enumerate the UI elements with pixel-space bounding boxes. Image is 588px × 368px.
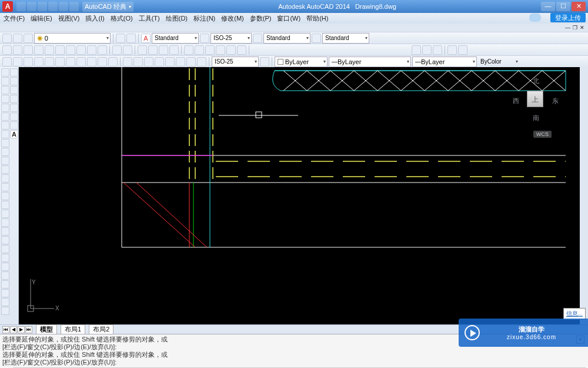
sheetset-icon[interactable] <box>216 45 225 55</box>
circle-icon[interactable] <box>1 174 9 183</box>
exchange-upload-button[interactable]: 登录上传 <box>550 13 586 22</box>
block-icon[interactable] <box>1 280 9 289</box>
revcloud-icon[interactable] <box>1 192 9 200</box>
qat-new-icon[interactable] <box>16 2 26 11</box>
tab-next-icon[interactable]: ▶ <box>18 326 25 333</box>
xref-icon[interactable] <box>447 45 457 55</box>
extend-icon[interactable] <box>1 254 9 262</box>
view-cube-top[interactable]: 上 <box>527 91 543 107</box>
tab-last-icon[interactable]: ⏭ <box>25 326 32 333</box>
qat-undo-icon[interactable] <box>48 2 58 11</box>
dim-continue-icon[interactable] <box>108 57 118 67</box>
copy-icon[interactable] <box>76 45 86 55</box>
dim-style-dd2[interactable]: ISO-25 <box>212 57 259 67</box>
layer-prev-icon[interactable] <box>126 34 136 43</box>
qat-save-icon[interactable] <box>38 2 47 11</box>
tablestyle-icon[interactable] <box>253 34 262 43</box>
move-icon[interactable] <box>1 165 9 174</box>
offset-icon[interactable] <box>1 130 9 138</box>
matchprop-icon[interactable] <box>98 45 107 55</box>
cut-icon[interactable] <box>66 45 75 55</box>
create-block-icon[interactable] <box>422 45 432 55</box>
array-icon[interactable] <box>1 148 9 156</box>
dim-aligned-icon[interactable] <box>13 57 22 67</box>
text-style-dropdown[interactable]: Standard <box>152 33 199 44</box>
maximize-button[interactable]: ☐ <box>556 2 570 11</box>
toolpalette-icon[interactable] <box>205 45 215 55</box>
close-button[interactable]: ✕ <box>572 2 586 11</box>
qat-open-icon[interactable] <box>27 2 36 11</box>
paste-icon[interactable] <box>87 45 96 55</box>
mirror-icon[interactable] <box>1 112 9 121</box>
layer-ico-1[interactable] <box>2 34 12 43</box>
dim-baseline-icon[interactable] <box>98 57 107 67</box>
image-icon[interactable] <box>458 45 467 55</box>
textstyle-icon[interactable]: A <box>141 34 151 43</box>
new-icon[interactable] <box>2 45 12 55</box>
qat-print-icon[interactable] <box>69 2 79 11</box>
hatch-icon[interactable] <box>10 68 18 77</box>
gradient-icon[interactable] <box>10 86 18 94</box>
properties-icon[interactable] <box>184 45 193 55</box>
menu-view[interactable]: 视图(V) <box>58 14 80 23</box>
break-icon[interactable] <box>1 271 9 280</box>
chamfer-icon[interactable] <box>1 307 9 315</box>
erase-icon[interactable] <box>1 77 9 85</box>
preview-icon[interactable] <box>45 45 54 55</box>
spline-icon[interactable] <box>1 210 9 218</box>
doc-minimize-icon[interactable]: — <box>565 25 570 31</box>
undo-icon[interactable] <box>112 45 122 55</box>
scale-icon[interactable] <box>1 201 9 209</box>
dim-break-icon[interactable] <box>133 57 143 67</box>
open-icon[interactable] <box>13 45 22 55</box>
info-bubble[interactable]: 信息... <box>563 308 586 320</box>
mlstyle-icon[interactable] <box>312 34 321 43</box>
xline-icon[interactable] <box>1 86 9 94</box>
redo-icon[interactable] <box>123 45 132 55</box>
dim-style-dropdown[interactable]: ISO-25 <box>211 33 252 44</box>
dim-quick-icon[interactable] <box>87 57 96 67</box>
menu-insert[interactable]: 插入(I) <box>85 14 104 23</box>
ellipse-icon[interactable] <box>1 227 9 236</box>
zoom-previous-icon[interactable] <box>169 45 179 55</box>
rectangle-icon[interactable] <box>1 139 9 147</box>
joglinear-icon[interactable] <box>176 57 185 67</box>
polygon-icon[interactable] <box>1 121 9 130</box>
table-icon[interactable] <box>10 121 18 130</box>
tab-prev-icon[interactable]: ◀ <box>10 326 17 333</box>
layer-match-icon[interactable] <box>116 34 125 43</box>
table-style-dropdown[interactable]: Standard <box>263 33 310 44</box>
tab-layout1[interactable]: 布局1 <box>61 324 85 334</box>
menu-file[interactable]: 文件(F) <box>4 14 25 23</box>
dimupdate-icon[interactable] <box>260 57 269 67</box>
save-icon[interactable] <box>24 45 33 55</box>
mleader-style-dropdown[interactable]: Standard <box>322 33 369 44</box>
app-logo[interactable]: A <box>2 1 13 12</box>
designcenter-icon[interactable] <box>195 45 204 55</box>
lineweight-dropdown[interactable]: — ByLayer <box>412 57 477 67</box>
layer-ico-2[interactable] <box>13 34 22 43</box>
zoom-window-icon[interactable] <box>159 45 168 55</box>
zoom-icon[interactable] <box>148 45 158 55</box>
view-cube[interactable]: 北 南 东 西 上 <box>509 73 562 126</box>
menu-parametric[interactable]: 参数(P) <box>250 14 272 23</box>
menu-modify[interactable]: 修改(M) <box>221 14 244 23</box>
dim-space-icon[interactable] <box>123 57 132 67</box>
trim-icon[interactable] <box>1 236 9 244</box>
arc-icon[interactable] <box>1 157 9 165</box>
vertical-scrollbar[interactable] <box>580 67 588 324</box>
tab-model[interactable]: 模型 <box>36 324 57 334</box>
line-icon[interactable] <box>1 68 9 77</box>
dimedit-icon[interactable] <box>186 57 196 67</box>
layer-ico-3[interactable] <box>24 34 33 43</box>
dim-jogged-icon[interactable] <box>55 57 65 67</box>
dim-linear-icon[interactable] <box>2 57 12 67</box>
dim-radius-icon[interactable] <box>45 57 54 67</box>
minimize-button[interactable]: — <box>541 2 555 11</box>
publish-icon[interactable] <box>55 45 65 55</box>
wcs-badge[interactable]: WCS <box>533 131 552 138</box>
menu-help[interactable]: 帮助(H) <box>306 14 328 23</box>
point-icon[interactable] <box>1 298 9 306</box>
doc-restore-icon[interactable]: ❐ <box>573 25 577 31</box>
linetype-dropdown[interactable]: — ByLayer <box>329 57 411 67</box>
